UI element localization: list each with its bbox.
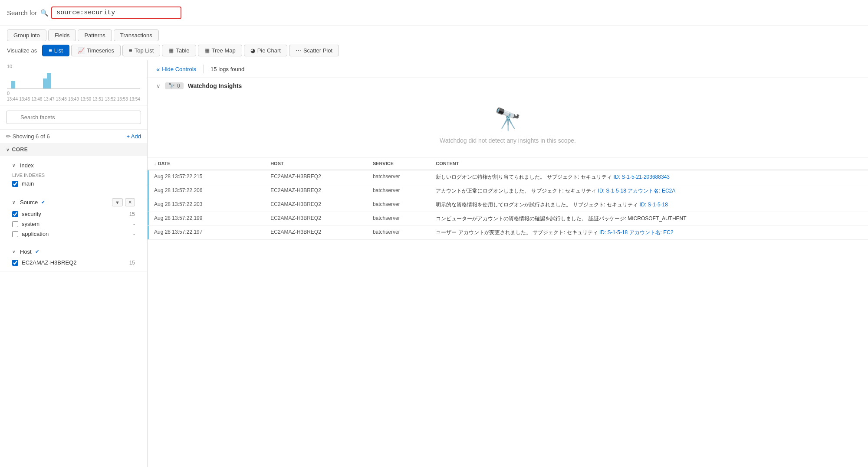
content-col-header[interactable]: CONTENT: [431, 157, 868, 170]
pencil-icon: ✏: [6, 133, 11, 140]
viz-toplist-button[interactable]: ≡ Top List: [122, 45, 160, 56]
table-row[interactable]: Aug 28 13:57:22.206 EC2AMAZ-H3BREQ2 batc…: [148, 184, 868, 198]
table-row[interactable]: Aug 28 13:57:22.199 EC2AMAZ-H3BREQ2 batc…: [148, 212, 868, 226]
log-service-cell: batchserver: [368, 184, 431, 198]
index-section-header[interactable]: ∨ Index: [6, 160, 141, 171]
facet-item-application[interactable]: application -: [6, 229, 141, 239]
app-container: Search for 🔍 Group into Fields Patterns …: [0, 0, 868, 467]
index-title: ∨ Index: [12, 162, 34, 169]
viz-timeseries-label: Timeseries: [87, 47, 114, 54]
toplist-icon: ≡: [129, 47, 132, 54]
log-id[interactable]: ID: S-1-5-18 アカウント名: EC2A: [598, 188, 676, 194]
x-label-8: 13:52: [105, 97, 116, 101]
showing-label: ✏ Showing 6 of 6: [6, 133, 50, 140]
facet-count-system: -: [133, 221, 135, 227]
watchdog-header[interactable]: ∨ 🔭 0 Watchdog Insights: [148, 78, 868, 94]
source-label: Source: [20, 199, 38, 206]
source-actions: ▼ ✕: [112, 198, 135, 206]
chart-y-zero: 0: [7, 91, 10, 96]
toolbar: Group into Fields Patterns Transactions …: [0, 26, 868, 60]
table-row[interactable]: Aug 28 13:57:22.197 EC2AMAZ-H3BREQ2 batc…: [148, 226, 868, 240]
watchdog-badge-icon: 🔭: [168, 83, 175, 89]
watchdog-body: 🔭 Watchdog did not detect any insights i…: [148, 94, 868, 157]
hide-controls-icon: «: [156, 65, 160, 73]
core-group-header[interactable]: ∨ CORE: [0, 143, 147, 156]
sidebar: 10 0 13:44 13:45 13:46 13:47 13:48 13:49: [0, 60, 148, 467]
log-date-cell: Aug 28 13:57:22.199: [149, 212, 265, 226]
facet-count-application: -: [133, 231, 135, 237]
controls-bar: « Hide Controls 15 logs found: [148, 60, 868, 78]
log-service-cell: batchserver: [368, 226, 431, 240]
patterns-tab[interactable]: Patterns: [78, 29, 112, 41]
hide-controls-button[interactable]: « Hide Controls: [156, 65, 196, 73]
log-host-cell: EC2AMAZ-H3BREQ2: [265, 212, 368, 226]
core-chevron-icon: ∨: [6, 147, 10, 152]
viz-scatter-button[interactable]: ⋯ Scatter Plot: [289, 45, 339, 56]
host-col-header[interactable]: HOST: [265, 157, 368, 170]
transactions-tab[interactable]: Transactions: [114, 29, 159, 41]
log-id[interactable]: ID: S-1-5-18: [640, 202, 668, 208]
viz-list-button[interactable]: ≡ List: [42, 45, 69, 56]
scatter-icon: ⋯: [296, 47, 301, 54]
log-content-cell: ユーザー アカウントが変更されました。 サブジェクト: セキュリティ ID: S…: [431, 226, 868, 240]
log-content-cell: アカウントが正常にログオンしました。 サブジェクト: セキュリティ ID: S-…: [431, 184, 868, 198]
table-row[interactable]: Aug 28 13:57:22.203 EC2AMAZ-H3BREQ2 batc…: [148, 198, 868, 212]
viz-toplist-label: Top List: [135, 47, 154, 54]
table-row[interactable]: Aug 28 13:57:22.215 EC2AMAZ-H3BREQ2 batc…: [148, 170, 868, 184]
viz-table-label: Table: [176, 47, 189, 54]
live-indexes-label: LIVE INDEXES: [6, 171, 141, 179]
facet-item-ec2[interactable]: EC2AMAZ-H3BREQ2 15: [6, 258, 141, 268]
facet-checkbox-security[interactable]: [12, 211, 18, 217]
chart-bar-1: [11, 81, 15, 89]
fields-tab[interactable]: Fields: [48, 29, 76, 41]
viz-table-button[interactable]: ▦ Table: [162, 45, 196, 56]
source-section-header[interactable]: ∨ Source ✔ ▼ ✕: [6, 196, 141, 209]
search-bar: Search for 🔍: [0, 0, 868, 26]
log-table: ↓DATE HOST SERVICE CONTENT Aug 28 13:57:…: [148, 157, 868, 240]
viz-timeseries-button[interactable]: 📈 Timeseries: [71, 45, 121, 56]
table-icon: ▦: [168, 47, 174, 54]
log-host-cell: EC2AMAZ-H3BREQ2: [265, 198, 368, 212]
source-filter-button[interactable]: ▼: [112, 198, 123, 206]
host-section-header[interactable]: ∨ Host ✔: [6, 246, 141, 258]
timeseries-icon: 📈: [78, 47, 85, 54]
host-section: ∨ Host ✔ EC2AMAZ-H3BREQ2 15: [0, 242, 147, 271]
facet-checkbox-application[interactable]: [12, 231, 18, 237]
source-chevron-icon: ∨: [12, 200, 15, 205]
log-id[interactable]: ID: S-1-5-21-203688343: [614, 174, 670, 180]
sort-icon: ↓: [154, 161, 157, 166]
log-table-wrap: ↓DATE HOST SERVICE CONTENT Aug 28 13:57:…: [148, 157, 868, 467]
log-content-cell: 明示的な資格情報を使用してログオンが試行されました。 サブジェクト: セキュリテ…: [431, 198, 868, 212]
x-label-1: 13:45: [19, 97, 30, 101]
chart-bar-3: [47, 73, 51, 89]
facet-checkbox-main[interactable]: [12, 181, 18, 187]
watchdog-badge-count: 0: [177, 83, 180, 89]
viz-piechart-button[interactable]: ◕ Pie Chart: [244, 45, 287, 56]
log-date-cell: Aug 28 13:57:22.215: [149, 170, 265, 184]
viz-list-label: List: [54, 47, 63, 54]
add-button[interactable]: + Add: [126, 133, 141, 140]
source-close-button[interactable]: ✕: [125, 198, 135, 206]
x-label-4: 13:48: [56, 97, 67, 101]
group-into-button[interactable]: Group into: [7, 29, 46, 41]
facet-checkbox-ec2[interactable]: [12, 260, 18, 266]
hide-controls-label: Hide Controls: [162, 66, 196, 72]
log-content-cell: コンピューターがアカウントの資格情報の確認を試行しました。 認証パッケージ: M…: [431, 212, 868, 226]
watchdog-badge: 🔭 0: [165, 82, 184, 89]
search-facets-input[interactable]: [6, 111, 141, 124]
search-facets-section: 🔍: [0, 105, 147, 130]
facet-checkbox-system[interactable]: [12, 221, 18, 227]
search-input[interactable]: [51, 7, 181, 19]
facet-item-security[interactable]: security 15: [6, 209, 141, 219]
date-col-header[interactable]: ↓DATE: [149, 157, 265, 170]
log-id[interactable]: ID: S-1-5-18 アカウント名: EC2: [599, 229, 674, 235]
facet-item-system[interactable]: system -: [6, 219, 141, 229]
main-layout: 10 0 13:44 13:45 13:46 13:47 13:48 13:49: [0, 60, 868, 467]
visualize-row: Visualize as ≡ List 📈 Timeseries ≡ Top L…: [7, 45, 861, 56]
index-section: ∨ Index LIVE INDEXES main: [0, 156, 147, 192]
facet-name-main: main: [22, 180, 135, 187]
facet-item-main[interactable]: main: [6, 179, 141, 189]
host-title: ∨ Host ✔: [12, 248, 39, 255]
viz-treemap-button[interactable]: ▦ Tree Map: [198, 45, 242, 56]
service-col-header[interactable]: SERVICE: [368, 157, 431, 170]
